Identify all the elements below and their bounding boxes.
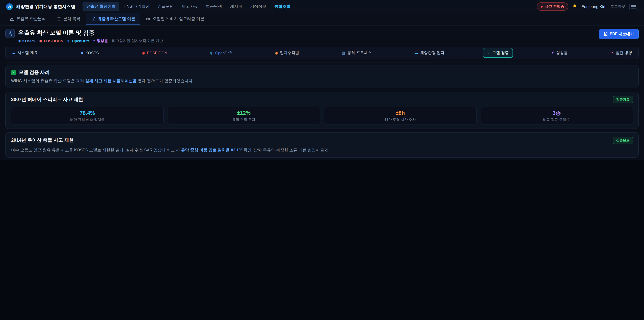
model-badge-kosps: ◆KOSPS — [18, 39, 35, 43]
section-nav-kosps[interactable]: ◆KOSPS — [77, 49, 103, 57]
pdf-icon — [604, 32, 608, 37]
validation-intro-card: ✓ 모델 검증 사례 WING 시스템의 유출유 확산 모델은 과거 실제 사고… — [5, 65, 639, 88]
target-icon: ◉ — [39, 39, 42, 43]
incident-status-label: 사고 진행중 — [545, 4, 564, 9]
nav-spill-prediction[interactable]: 유출유 확산예측 — [82, 2, 119, 12]
nav-board[interactable]: 게시판 — [226, 2, 246, 12]
flask-icon — [5, 29, 15, 38]
section-nav-particle-tracking[interactable]: ◉입자추적법 — [270, 48, 303, 58]
intro-text: WING 시스템의 유출유 확산 모델은 과거 실제 사고 재현 시뮬레이션을 … — [11, 78, 633, 84]
case-title: 2007년 허베이 스피리트 사고 재현 — [11, 97, 83, 103]
cloud-icon: ☁ — [12, 51, 16, 55]
model-badge-ensemble: ⚡앙상블 — [93, 38, 108, 43]
section-nav-label: 시스템 개요 — [18, 50, 38, 55]
app-root: W 해양환경 위기대응 통합시스템 유출유 확산예측 HNS·대기확산 긴급구난… — [0, 0, 644, 160]
stat-label: 해안 도달 시간 오차 — [327, 118, 474, 122]
target-icon: ◉ — [142, 51, 145, 55]
user-name: Eunjeong Kim — [582, 4, 606, 9]
cloud-icon: ☁ — [414, 51, 418, 55]
page-title: 유출유 확산 모델 이론 및 검증 — [18, 29, 163, 37]
model-badge-row: ◆KOSPS ◉POSEIDON ◎OpenDrift ⚡앙상블 라그랑지안 입… — [18, 38, 163, 43]
lightning-icon: ⚡ — [93, 39, 96, 43]
stat-label: 해안 표착 예측 일치율 — [14, 118, 160, 122]
rocket-icon: ✈ — [611, 51, 614, 55]
section-nav: ☁시스템 개요 ◆KOSPS ◉POSEIDON ◎OpenDrift ◉입자추… — [5, 47, 639, 59]
section-nav-ocean-input[interactable]: ☁해양환경 입력 — [410, 48, 448, 58]
nav-reports[interactable]: 보고자료 — [178, 2, 202, 12]
list-icon — [56, 17, 61, 21]
stat-value: ±8h — [327, 110, 474, 116]
pdf-export-button[interactable]: PDF 내보내기 — [599, 29, 639, 39]
chart-icon — [10, 17, 14, 21]
stats-row: 78.4% 해안 표착 예측 일치율 ±12% 유막 면적 오차 ±8h 해안 … — [11, 107, 633, 125]
tabbar: 유출유 확산분석 분석 목록 유출유확산모델 이론 오일펜스 배치 알고리즘 이… — [0, 14, 644, 26]
nav-aerial-search[interactable]: 항공탐색 — [202, 2, 226, 12]
section-nav-label: 모델 검증 — [492, 50, 509, 55]
section-nav-poseidon[interactable]: ◉POSEIDON — [138, 49, 171, 57]
section-nav-overview[interactable]: ☁시스템 개요 — [8, 48, 42, 58]
check-icon: ✓ — [11, 70, 16, 75]
stat-box: ±8h 해안 도달 시간 오차 — [324, 107, 476, 125]
model-badge-label: 앙상블 — [97, 38, 108, 43]
lightning-icon: ⚡ — [552, 51, 554, 55]
nav-emergency-rescue[interactable]: 긴급구난 — [154, 2, 178, 12]
logout-link[interactable]: 로그아웃 — [610, 4, 625, 9]
bell-icon[interactable] — [572, 4, 578, 9]
document-icon — [91, 17, 96, 21]
section-nav-opendrift[interactable]: ◎OpenDrift — [206, 49, 236, 57]
section-nav-label: 앙상블 — [556, 50, 568, 55]
page-subtitle: 라그랑지안 입자추적 이론 기반 — [112, 38, 163, 43]
section-nav-roadmap[interactable]: ✈발전 방향 — [606, 48, 636, 58]
stat-label: 유막 면적 오차 — [170, 118, 317, 122]
pdf-export-label: PDF 내보내기 — [610, 32, 634, 37]
particle-icon: ◉ — [274, 51, 278, 55]
logo-icon[interactable]: W — [6, 3, 13, 10]
highlight-text: 유막 중심 이동 경로 일치율 82.1% — [181, 148, 242, 153]
section-nav-label: 풍화 프로세스 — [348, 50, 372, 55]
case-card-wuyisan: 2014년 우이산 충돌 사고 재현 검증완료 여수 오동도 인근 원유 유출 … — [5, 132, 639, 158]
incident-status-badge[interactable]: 사고 진행중 — [537, 2, 568, 11]
model-badge-poseidon: ◉POSEIDON — [39, 39, 63, 43]
stat-box: 3종 비교 검증 모델 수 — [480, 107, 633, 125]
model-badge-label: POSEIDON — [44, 39, 63, 43]
verified-badge: 검증완료 — [613, 96, 633, 104]
gradient-divider — [5, 62, 639, 62]
logo-letter: W — [8, 5, 11, 9]
nav-integrated-search[interactable]: 통합조회 — [271, 2, 294, 12]
section-nav-label: 입자추적법 — [280, 50, 299, 55]
nav-weather-info[interactable]: 기상정보 — [246, 2, 270, 12]
verified-badge: 검증완료 — [613, 137, 633, 144]
tab-model-theory[interactable]: 유출유확산모델 이론 — [86, 14, 140, 25]
tab-label: 유출유 확산분석 — [16, 16, 46, 22]
model-badge-label: KOSPS — [22, 39, 35, 43]
nav-hns-diffusion[interactable]: HNS·대기확산 — [120, 2, 153, 12]
diamond-icon: ◆ — [81, 51, 84, 55]
case-text: 여수 오동도 인근 원유 유출 사고를 KOSPS 모델로 재현한 결과, 실제… — [11, 148, 633, 153]
stat-value: ±12% — [170, 110, 317, 116]
topbar: W 해양환경 위기대응 통합시스템 유출유 확산예측 HNS·대기확산 긴급구난… — [0, 0, 644, 14]
case-card-hebei-spirit: 2007년 허베이 스피리트 사고 재현 검증완료 78.4% 해안 표착 예측… — [5, 92, 639, 129]
stat-box: ±12% 유막 면적 오차 — [168, 107, 320, 125]
section-nav-label: OpenDrift — [215, 51, 232, 55]
tab-label: 분석 목록 — [63, 16, 80, 22]
highlight-text: 과거 실제 사고 재현 시뮬레이션을 — [76, 79, 137, 83]
menu-icon[interactable] — [629, 3, 638, 10]
circle-icon: ◎ — [210, 51, 213, 55]
tab-boom-algorithm-theory[interactable]: 오일펜스 배치 알고리즘 이론 — [141, 14, 209, 25]
app-title: 해양환경 위기대응 통합시스템 — [16, 4, 75, 10]
red-dot-icon — [541, 6, 543, 8]
model-badge-opendrift: ◎OpenDrift — [67, 39, 89, 43]
tab-spill-analysis[interactable]: 유출유 확산분석 — [5, 14, 51, 25]
section-nav-weathering[interactable]: ▦풍화 프로세스 — [338, 48, 376, 58]
circle-icon: ◎ — [67, 39, 70, 43]
check-icon: ✓ — [487, 51, 490, 55]
section-nav-ensemble[interactable]: ⚡앙상블 — [548, 48, 572, 58]
tab-analysis-list[interactable]: 분석 목록 — [52, 14, 86, 25]
main-content: 유출유 확산 모델 이론 및 검증 ◆KOSPS ◉POSEIDON ◎Open… — [0, 26, 644, 160]
tab-label: 유출유확산모델 이론 — [98, 16, 135, 22]
section-nav-label: POSEIDON — [147, 51, 167, 55]
tab-label: 오일펜스 배치 알고리즘 이론 — [152, 16, 204, 22]
section-nav-validation[interactable]: ✓모델 검증 — [483, 48, 513, 58]
stat-value: 78.4% — [14, 110, 160, 116]
section-title: 모델 검증 사례 — [19, 70, 50, 76]
